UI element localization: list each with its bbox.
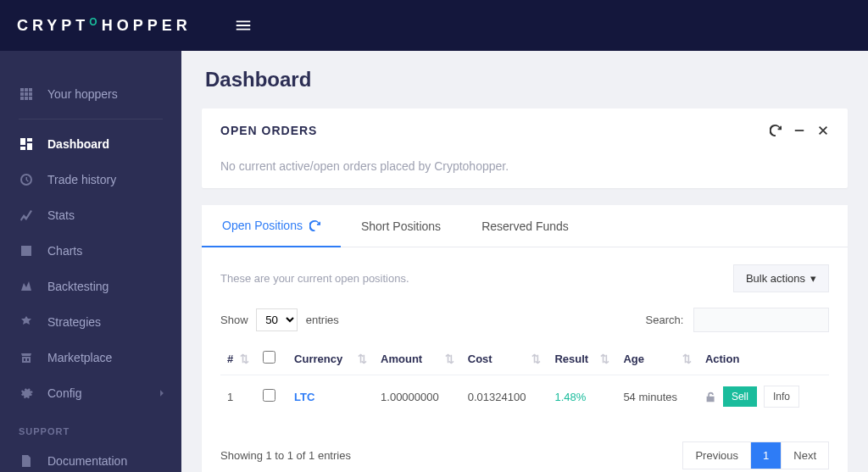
pagination: Previous 1 Next xyxy=(682,441,829,469)
col-result[interactable]: Result⇅ xyxy=(548,342,616,375)
gear-icon xyxy=(19,386,34,401)
sidebar-item-label: Config xyxy=(47,386,81,400)
entries-select[interactable]: 50 xyxy=(256,308,298,331)
col-cost[interactable]: Cost⇅ xyxy=(461,342,548,375)
sort-icon: ⇅ xyxy=(600,353,609,365)
pagination-page-1[interactable]: 1 xyxy=(751,442,782,469)
sort-icon: ⇅ xyxy=(682,353,692,365)
search-input[interactable] xyxy=(693,308,829,332)
col-amount[interactable]: Amount⇅ xyxy=(374,342,461,375)
tab-label: Open Positions xyxy=(222,219,303,232)
col-action: Action xyxy=(698,342,829,375)
table-search: Search: xyxy=(646,308,829,332)
col-age[interactable]: Age⇅ xyxy=(616,342,698,375)
bulk-actions-label: Bulk actions xyxy=(746,272,805,285)
sidebar-item-stats[interactable]: Stats xyxy=(0,197,181,233)
col-num[interactable]: #⇅ xyxy=(220,342,256,375)
search-label: Search: xyxy=(646,314,684,326)
document-icon xyxy=(19,453,34,469)
open-orders-empty-text: No current active/open orders placed by … xyxy=(202,144,848,188)
sort-icon: ⇅ xyxy=(240,353,249,365)
sell-button[interactable]: Sell xyxy=(723,386,757,407)
sidebar-item-label: Stats xyxy=(47,208,75,222)
sidebar-item-charts[interactable]: Charts xyxy=(0,233,181,269)
show-label: Show xyxy=(220,314,248,326)
main-content: Dashboard OPEN ORDERS No current active/… xyxy=(181,51,868,472)
sidebar: Your hoppers Dashboard Trade history Sta… xyxy=(0,51,181,472)
brand-logo: CRYPTOHOPPER xyxy=(17,17,192,35)
marketplace-icon xyxy=(19,350,34,365)
brand-text-part2: HOPPER xyxy=(102,17,192,35)
page-title: Dashboard xyxy=(205,68,848,92)
sidebar-item-label: Backtesting xyxy=(47,280,108,293)
sidebar-item-label: Trade history xyxy=(47,173,116,186)
positions-table: #⇅ Currency⇅ Amount⇅ Cost⇅ Result⇅ Age⇅ … xyxy=(220,342,829,418)
entries-label: entries xyxy=(306,314,339,326)
tab-short-positions[interactable]: Short Positions xyxy=(341,205,461,247)
open-orders-panel: OPEN ORDERS No current active/open order… xyxy=(202,108,848,188)
sidebar-item-label: Documentation xyxy=(47,454,127,468)
sidebar-item-label: Your hoppers xyxy=(47,87,118,101)
unlock-icon[interactable] xyxy=(705,391,716,403)
cell-age: 54 minutes xyxy=(616,375,698,419)
pagination-previous[interactable]: Previous xyxy=(683,442,751,469)
caret-down-icon: ▾ xyxy=(810,272,816,285)
tab-label: Reserved Funds xyxy=(481,219,569,233)
cell-cost: 0.01324100 xyxy=(461,375,548,419)
sidebar-item-marketplace[interactable]: Marketplace xyxy=(0,340,181,375)
tab-reserved-funds[interactable]: Reserved Funds xyxy=(461,205,589,247)
minus-icon xyxy=(793,125,805,136)
sidebar-item-strategies[interactable]: Strategies xyxy=(0,304,181,340)
sidebar-item-label: Dashboard xyxy=(47,137,109,151)
panel-close-button[interactable] xyxy=(817,125,829,136)
sidebar-item-dashboard[interactable]: Dashboard xyxy=(0,126,181,162)
currency-link[interactable]: LTC xyxy=(294,391,314,403)
sidebar-item-backtesting[interactable]: Backtesting xyxy=(0,269,181,304)
stats-icon xyxy=(19,208,34,223)
entries-selector: Show 50 entries xyxy=(220,308,339,331)
col-checkbox xyxy=(256,342,288,375)
tab-open-positions[interactable]: Open Positions xyxy=(202,205,341,247)
bulk-actions-button[interactable]: Bulk actions▾ xyxy=(733,264,829,292)
sidebar-item-label: Charts xyxy=(47,244,82,258)
brand-text-part1: CRYPT xyxy=(17,17,89,35)
sidebar-item-label: Marketplace xyxy=(47,351,112,364)
grid-icon xyxy=(19,86,34,102)
sidebar-item-label: Strategies xyxy=(47,315,101,329)
hamburger-icon xyxy=(234,16,253,35)
brand-accent-o: O xyxy=(89,16,101,28)
cell-num: 1 xyxy=(220,375,256,419)
sidebar-item-your-hoppers[interactable]: Your hoppers xyxy=(0,76,181,112)
table-info: Showing 1 to 1 of 1 entries xyxy=(220,449,351,462)
close-icon xyxy=(817,125,829,136)
menu-toggle-button[interactable] xyxy=(234,16,253,35)
select-all-checkbox[interactable] xyxy=(263,351,275,364)
sort-icon: ⇅ xyxy=(531,353,541,365)
topbar: CRYPTOHOPPER xyxy=(0,0,868,51)
sort-icon: ⇅ xyxy=(358,353,367,365)
positions-panel: Open Positions Short Positions Reserved … xyxy=(202,205,848,472)
open-orders-title: OPEN ORDERS xyxy=(220,124,317,137)
positions-tabs: Open Positions Short Positions Reserved … xyxy=(202,205,848,247)
cell-amount: 1.00000000 xyxy=(374,375,461,419)
sidebar-section-support: SUPPORT xyxy=(0,411,181,443)
dashboard-icon xyxy=(19,136,34,152)
tab-label: Short Positions xyxy=(361,219,441,233)
table-row: 1 LTC 1.00000000 0.01324100 1.48% 54 min… xyxy=(220,375,829,419)
positions-subtitle: These are your current open positions. xyxy=(220,272,409,285)
panel-minimize-button[interactable] xyxy=(793,125,805,136)
history-icon xyxy=(19,172,34,187)
sidebar-item-trade-history[interactable]: Trade history xyxy=(0,162,181,197)
sidebar-item-documentation[interactable]: Documentation xyxy=(0,443,181,472)
charts-icon xyxy=(19,243,34,258)
row-checkbox[interactable] xyxy=(263,389,275,402)
panel-refresh-button[interactable] xyxy=(770,125,782,136)
cell-result: 1.48% xyxy=(554,391,586,403)
pagination-next[interactable]: Next xyxy=(782,442,828,469)
info-button[interactable]: Info xyxy=(764,386,799,408)
col-currency[interactable]: Currency⇅ xyxy=(287,342,374,375)
chevron-right-icon xyxy=(158,389,166,397)
refresh-icon xyxy=(770,125,782,136)
sort-icon: ⇅ xyxy=(445,353,454,365)
sidebar-item-config[interactable]: Config xyxy=(0,375,181,411)
